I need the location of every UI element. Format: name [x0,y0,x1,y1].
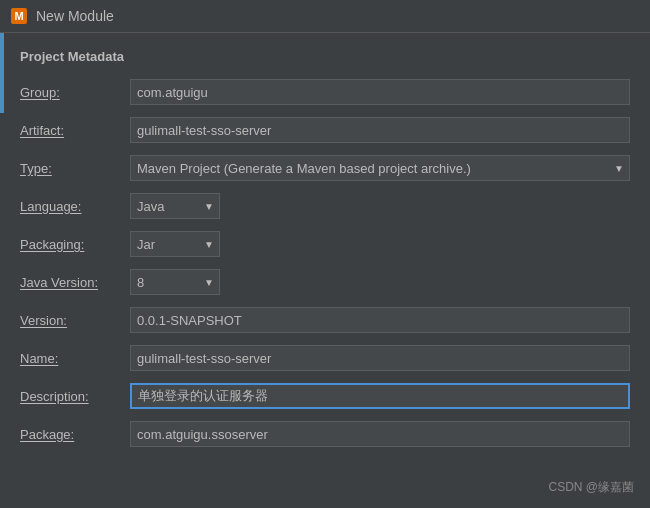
form-row-version: Version: [20,306,630,334]
select-language[interactable]: Java Kotlin Groovy [130,193,220,219]
select-wrapper-type: Maven Project (Generate a Maven based pr… [130,155,630,181]
label-java-version: Java Version: [20,275,130,290]
label-packaging: Packaging: [20,237,130,252]
form-row-package: Package: [20,420,630,448]
input-name[interactable] [130,345,630,371]
label-package: Package: [20,427,130,442]
label-description: Description: [20,389,130,404]
title-bar: M New Module [0,0,650,33]
module-icon: M [10,7,28,25]
watermark-text: CSDN @缘嘉菌 [548,479,634,496]
select-wrapper-language: Java Kotlin Groovy ▼ [130,193,220,219]
dialog-title: New Module [36,8,114,24]
label-group: Group: [20,85,130,100]
label-artifact: Artifact: [20,123,130,138]
form-row-type: Type: Maven Project (Generate a Maven ba… [20,154,630,182]
svg-text:M: M [14,10,23,22]
label-type: Type: [20,161,130,176]
form-row-packaging: Packaging: Jar War ▼ [20,230,630,258]
dialog-body: Project Metadata Group: Artifact: Type: … [0,33,650,508]
select-wrapper-java-version: 8 11 17 ▼ [130,269,220,295]
select-java-version[interactable]: 8 11 17 [130,269,220,295]
label-name: Name: [20,351,130,366]
input-group[interactable] [130,79,630,105]
label-language: Language: [20,199,130,214]
input-version[interactable] [130,307,630,333]
select-type[interactable]: Maven Project (Generate a Maven based pr… [130,155,630,181]
section-title: Project Metadata [20,49,630,64]
form-row-group: Group: [20,78,630,106]
dialog-container: M New Module Project Metadata Group: Art… [0,0,650,508]
left-accent-bar [0,33,4,113]
select-packaging[interactable]: Jar War [130,231,220,257]
input-description[interactable] [130,383,630,409]
select-wrapper-packaging: Jar War ▼ [130,231,220,257]
form-row-description: Description: [20,382,630,410]
label-version: Version: [20,313,130,328]
input-package[interactable] [130,421,630,447]
form-row-artifact: Artifact: [20,116,630,144]
form-row-language: Language: Java Kotlin Groovy ▼ [20,192,630,220]
form-row-name: Name: [20,344,630,372]
form-row-java-version: Java Version: 8 11 17 ▼ [20,268,630,296]
input-artifact[interactable] [130,117,630,143]
